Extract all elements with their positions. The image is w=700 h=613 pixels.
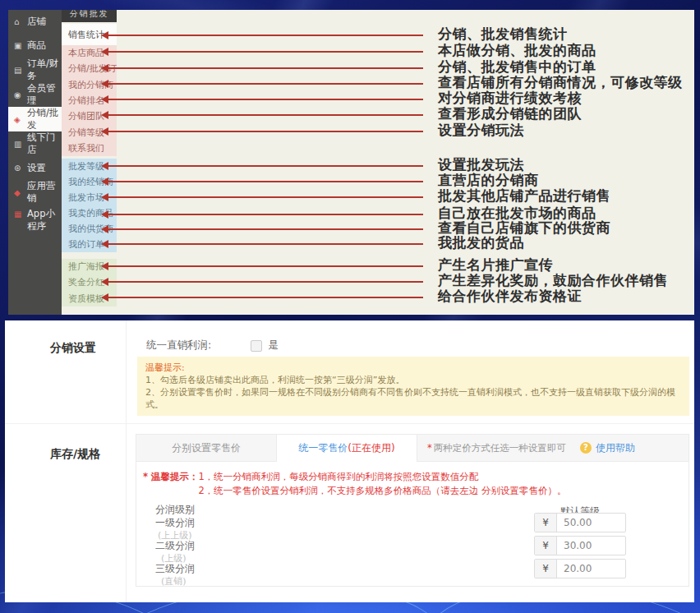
section-title: 分销设置	[50, 341, 96, 356]
settings-icon: ⊛	[14, 164, 24, 173]
checkbox-yes-label: 是	[268, 339, 279, 353]
question-mark-icon: ?	[580, 442, 592, 454]
goods-icon: ▣	[14, 41, 24, 50]
profit-level-2-input-group: ¥	[534, 536, 626, 555]
distribution-icon: ◈	[14, 115, 24, 124]
tab-separate-retail-price[interactable]: 分别设置零售价	[136, 435, 276, 461]
sidebar-item-label: App小程序	[27, 208, 62, 233]
sidebar-item-label: 应用营销	[27, 180, 62, 205]
sidebar-item-members[interactable]: ◉ 会员管理	[8, 82, 62, 107]
profit-level-3-label: 三级分润	[155, 562, 195, 576]
warm-tip-box: 温馨提示: 1、勾选后各级店铺卖出此商品，利润统一按第“三级分润”发放。 2、分…	[137, 357, 689, 416]
use-help-link[interactable]: ? 使用帮助	[580, 435, 635, 461]
profit-level-2-label: 二级分润	[155, 539, 195, 553]
annotation-arrow	[105, 243, 423, 245]
sidebar-item-label: 订单/财务	[27, 58, 62, 82]
profit-level-1-amount-input[interactable]	[557, 514, 628, 532]
profit-level-1-label: 一级分润	[155, 516, 195, 530]
profit-level-1-input-group: ¥	[534, 513, 626, 532]
admin-annotation-panel: ⌂ 店铺 ▣ 商品 ▤ 订单/财务 ◉ 会员管理 ◈ 分销/批发 ▥ 线下门店	[8, 10, 694, 315]
tab-status-in-use: (正在使用)	[348, 441, 394, 455]
members-icon: ◉	[14, 90, 24, 99]
annotation-text: 给合作伙伴发布资格证	[438, 287, 582, 306]
use-help-label: 使用帮助	[596, 441, 635, 455]
uniform-price-tab-content: * 温馨提示： 1，统一分销商利润，每级分销商得到的利润将按照您设置数值分配 2…	[136, 462, 688, 587]
annotation-text: 设置分销玩法	[438, 121, 524, 140]
sidebar-item-label: 店铺	[27, 16, 46, 28]
annotation-text: 批发其他店铺产品进行销售	[438, 187, 610, 205]
uniform-direct-profit-checkbox[interactable]	[251, 340, 262, 352]
profit-level-3-input-group: ¥	[534, 559, 626, 578]
sidebar-item-label: 设置	[27, 162, 46, 174]
annotation-arrow	[105, 214, 423, 215]
sidebar-item-offline-store[interactable]: ▥ 线下门店	[8, 131, 62, 156]
sidebar-item-distribution[interactable]: ◈ 分销/批发	[8, 107, 62, 131]
red-tip-box: * 温馨提示： 1，统一分销商利润，每级分销商得到的利润将按照您设置数值分配 2…	[143, 470, 567, 498]
mini-program-icon: ▦	[14, 208, 24, 220]
profit-level-3-sublabel: (直销)	[161, 575, 187, 588]
stock-spec-section: 库存/规格 分别设置零售价 统一零售价(正在使用) * 两种定价方式任选一种设置…	[5, 424, 694, 602]
sidebar-item-label: 商品	[27, 39, 46, 52]
uniform-direct-profit-label: 统一直销利润:	[146, 339, 211, 353]
pricing-mode-note-text: 两种定价方式任选一种设置即可	[434, 442, 566, 454]
product-settings-panel: 分销设置 统一直销利润: 是 温馨提示: 1、勾选后各级店铺卖出此商品，利润统一…	[5, 320, 694, 602]
required-star: *	[427, 442, 432, 454]
annotation-text: 我批发的货品	[438, 233, 524, 252]
offline-store-icon: ▥	[14, 140, 24, 149]
distribution-settings-section: 分销设置 统一直销利润: 是 温馨提示: 1、勾选后各级店铺卖出此商品，利润统一…	[5, 320, 694, 424]
annotation-arrow	[105, 99, 423, 100]
pricing-tabs-container: 分别设置零售价 统一零售价(正在使用) * 两种定价方式任选一种设置即可 ? 使…	[136, 434, 689, 587]
warm-tip-title: 温馨提示:	[145, 362, 681, 374]
sidebar-item-label: 线下门店	[27, 131, 62, 156]
sidebar-item-label: 会员管理	[27, 82, 62, 107]
sidebar-item-orders-finance[interactable]: ▤ 订单/财务	[8, 58, 62, 82]
warm-tip-line: 1、勾选后各级店铺卖出此商品，利润统一按第“三级分润”发放。	[145, 374, 681, 386]
sidebar-item-app-marketing[interactable]: ◆ 应用营销	[8, 180, 62, 205]
annotation-arrow	[105, 67, 423, 69]
annotation-arrow	[105, 181, 423, 182]
pricing-tab-bar: 分别设置零售价 统一零售价(正在使用) * 两种定价方式任选一种设置即可 ? 使…	[136, 435, 688, 462]
annotation-arrow	[105, 265, 423, 267]
profit-level-3-amount-input[interactable]	[557, 560, 628, 578]
main-sidebar: ⌂ 店铺 ▣ 商品 ▤ 订单/财务 ◉ 会员管理 ◈ 分销/批发 ▥ 线下门店	[8, 10, 62, 315]
annotation-arrow	[105, 83, 423, 85]
sidebar-item-label: 分销/批发	[27, 107, 62, 131]
sidebar-item-mini-program[interactable]: ▦ App小程序	[8, 205, 62, 233]
orders-finance-icon: ▤	[14, 66, 24, 75]
sidebar-item-goods[interactable]: ▣ 商品	[8, 34, 62, 58]
annotation-arrow	[105, 131, 423, 132]
annotation-arrow	[105, 228, 423, 230]
annotation-arrow	[105, 297, 423, 298]
sidebar-item-shop[interactable]: ⌂ 店铺	[8, 10, 62, 34]
annotation-arrow	[105, 114, 423, 116]
pricing-mode-note: * 两种定价方式任选一种设置即可	[427, 435, 566, 461]
annotation-arrow	[105, 281, 423, 283]
tab-uniform-retail-price[interactable]: 统一零售价(正在使用)	[276, 435, 417, 462]
red-tip-line: 1，统一分销商利润，每级分销商得到的利润将按照您设置数值分配	[199, 470, 567, 484]
submenu-group-wholesale: 批发等级 我的经销商 批发市场 我卖的商品 我的供货商 我的订单	[62, 159, 117, 252]
annotation-arrow	[105, 165, 423, 167]
submenu-header: 分销批发	[62, 10, 117, 22]
currency-prefix: ¥	[535, 514, 557, 532]
tab-label: 统一零售价	[298, 441, 348, 455]
uniform-direct-profit-row: 统一直销利润: 是	[146, 339, 279, 353]
app-marketing-icon: ◆	[14, 188, 24, 197]
profit-level-2-amount-input[interactable]	[557, 537, 628, 555]
currency-prefix: ¥	[535, 560, 557, 578]
red-tip-lines: 1，统一分销商利润，每级分销商得到的利润将按照您设置数值分配 2，统一零售价设置…	[199, 470, 567, 498]
sidebar-item-settings[interactable]: ⊛ 设置	[8, 156, 62, 180]
annotation-arrow	[105, 51, 423, 53]
annotation-arrow	[105, 35, 423, 36]
warm-tip-line: 2、分别设置零售价时，如果同一规格在不同级别分销商有不同售价则不支持统一直销利润…	[145, 386, 681, 411]
red-tip-title: * 温馨提示：	[143, 470, 199, 498]
annotation-arrow	[105, 196, 423, 198]
page-background: ⌂ 店铺 ▣ 商品 ▤ 订单/财务 ◉ 会员管理 ◈ 分销/批发 ▥ 线下门店	[0, 0, 700, 613]
shop-icon: ⌂	[14, 17, 24, 26]
section-title: 库存/规格	[50, 447, 100, 462]
currency-prefix: ¥	[535, 537, 557, 555]
column-header-profit-level: 分润级别	[155, 503, 195, 517]
submenu-item-contact-us[interactable]: 联系我们	[62, 142, 117, 154]
red-tip-line: 2，统一零售价设置分销利润，不支持多规格多价格商品（请去左边 分别设置零售价）。	[199, 484, 567, 498]
